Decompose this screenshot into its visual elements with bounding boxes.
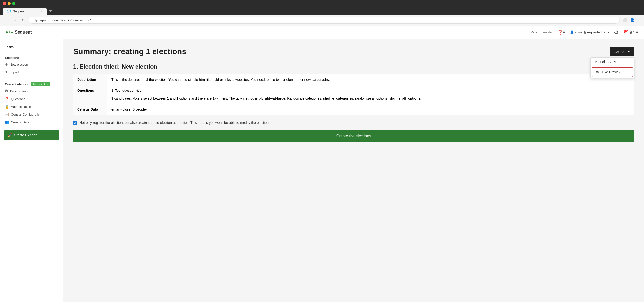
app-name: Sequent <box>15 30 32 35</box>
basic-details-label: Basic details <box>10 89 28 93</box>
app-header: Sequent Version: master ❓▾ 👤 admin@seque… <box>0 26 644 39</box>
edit-json-item[interactable]: ✏ Edit JSON <box>590 58 634 66</box>
back-button[interactable]: ← <box>3 17 9 24</box>
election-section-title: 1. Election titled: New election <box>73 63 634 70</box>
create-authorities-checkbox[interactable] <box>73 121 77 125</box>
census-data-content: email - close (0 people) <box>108 104 634 115</box>
power-icon[interactable]: ⏻ <box>614 30 618 35</box>
create-elections-button[interactable]: Create the elections <box>73 130 634 142</box>
plus-circle-icon: ⊕ <box>5 63 8 66</box>
current-election-header: Current election New election <box>0 80 63 87</box>
tab-favicon: 🌐 <box>7 9 11 13</box>
sidebar-item-authentication[interactable]: 🔒 Authentication <box>0 103 63 111</box>
import-label: Import <box>10 71 19 74</box>
table-row-questions: Questions 1. Test question title 3 candi… <box>73 85 634 104</box>
import-icon: ⬆ <box>5 70 8 74</box>
actions-dropdown-menu: ✏ Edit JSON 👁 Live Preview <box>590 57 634 78</box>
create-election-label: Create Election <box>14 133 37 137</box>
browser-toolbar-icons: ⬜ 👤 ⋮ <box>622 18 641 23</box>
sidebar-item-questions[interactable]: ❓ Questions <box>0 95 63 103</box>
user-menu[interactable]: 👤 admin@sequentech.io ▾ <box>570 31 609 34</box>
edit-json-label: Edit JSON <box>600 60 616 64</box>
header-right: Version: master ❓▾ 👤 admin@sequentech.io… <box>531 30 638 35</box>
sidebar-divider-1 <box>0 52 63 52</box>
refresh-button[interactable]: ↻ <box>20 17 26 24</box>
lock-icon: 🔒 <box>5 105 9 109</box>
help-icon[interactable]: ❓▾ <box>558 30 565 35</box>
create-authorities-checkbox-row: Not only register the election, but also… <box>73 121 634 125</box>
tasks-section-title: Tasks <box>0 43 63 50</box>
browser-chrome: 🌐 Sequent × + <box>0 0 644 15</box>
user-dropdown-icon: ▾ <box>608 31 609 34</box>
sidebar-item-census-config[interactable]: 📋 Census Configuration <box>0 111 63 118</box>
actions-wrapper: Actions ▾ ✏ Edit JSON 👁 Live Preview <box>610 47 634 56</box>
description-header: Description <box>73 74 108 85</box>
language-selector[interactable]: 🚩 en ▾ <box>623 30 638 35</box>
edit-json-icon: ✏ <box>594 60 598 64</box>
live-preview-label: Live Preview <box>602 70 621 74</box>
create-authorities-label: Not only register the election, but also… <box>80 121 270 125</box>
question-title: 1. Test question title <box>112 89 630 93</box>
new-election-label: New election <box>10 63 28 66</box>
menu-icon: ⋮ <box>637 18 641 23</box>
live-preview-item[interactable]: 👁 Live Preview <box>592 67 633 77</box>
new-tab-button[interactable]: + <box>47 7 54 15</box>
sidebar-item-census-data[interactable]: 👥 Census Data <box>0 118 63 126</box>
minimize-traffic-light[interactable] <box>8 2 11 5</box>
questions-label: Questions <box>11 97 25 101</box>
census-data-label: Census Data <box>11 121 29 124</box>
logo-dot-2 <box>8 32 10 34</box>
eye-icon: 👁 <box>596 70 600 74</box>
rocket-icon: 🚀 <box>8 133 12 137</box>
close-traffic-light[interactable] <box>3 2 6 5</box>
users-icon: 👥 <box>5 120 9 124</box>
page-title: Summary: creating 1 elections <box>73 47 186 56</box>
elections-section-title: Elections <box>0 54 63 61</box>
app-logo: Sequent <box>6 30 32 35</box>
current-election-title: Current election <box>5 83 29 86</box>
summary-table: Description This is the description of t… <box>73 74 634 115</box>
sidebar-divider-2 <box>0 78 63 78</box>
current-election-badge: New election <box>31 82 50 86</box>
user-email: admin@sequentech.io <box>575 31 606 34</box>
logo-dots <box>6 32 13 34</box>
question-details: 3 candidates. Voters select between 1 an… <box>112 96 630 100</box>
actions-label: Actions <box>614 50 626 54</box>
version-label: Version: master <box>531 31 552 34</box>
traffic-lights <box>3 2 641 5</box>
sidebar-item-new-election[interactable]: ⊕ New election <box>0 61 63 68</box>
actions-dropdown-icon: ▾ <box>628 50 630 54</box>
questions-content: 1. Test question title 3 candidates. Vot… <box>108 85 634 104</box>
user-icon: 👤 <box>570 31 574 34</box>
address-input[interactable] <box>28 17 620 24</box>
browser-tabs: 🌐 Sequent × + <box>3 7 641 15</box>
active-tab[interactable]: 🌐 Sequent × <box>3 8 47 15</box>
logo-dot-1 <box>6 32 8 34</box>
table-row-description: Description This is the description of t… <box>73 74 634 85</box>
page-header: Summary: creating 1 elections Actions ▾ … <box>73 47 634 56</box>
description-content: This is the description of the election.… <box>108 74 634 85</box>
address-bar: ← → ↻ ⬜ 👤 ⋮ <box>0 15 644 26</box>
sidebar: Tasks Elections ⊕ New election ⬆ Import … <box>0 39 64 302</box>
census-config-label: Census Configuration <box>11 113 42 116</box>
table-row-census-data: Census Data email - close (0 people) <box>73 104 634 115</box>
maximize-traffic-light[interactable] <box>12 2 15 5</box>
main-content: Summary: creating 1 elections Actions ▾ … <box>64 39 644 302</box>
tab-close-button[interactable]: × <box>41 10 43 13</box>
create-election-button[interactable]: 🚀 Create Election <box>4 130 59 140</box>
tab-title: Sequent <box>13 10 24 13</box>
window-icon: ⬜ <box>622 18 628 23</box>
question-icon: ❓ <box>5 97 9 101</box>
sidebar-item-import[interactable]: ⬆ Import <box>0 68 63 76</box>
forward-button[interactable]: → <box>12 17 18 24</box>
building-icon: 🏛 <box>5 89 8 93</box>
sidebar-divider-3 <box>0 128 63 128</box>
census-data-header: Census Data <box>73 104 108 115</box>
sidebar-item-basic-details[interactable]: 🏛 Basic details <box>0 87 63 95</box>
authentication-label: Authentication <box>11 105 31 109</box>
logo-dot-3 <box>11 32 13 34</box>
list-icon: 📋 <box>5 112 9 116</box>
questions-header: Questions <box>73 85 108 104</box>
actions-button[interactable]: Actions ▾ <box>610 47 634 56</box>
app-layout: Tasks Elections ⊕ New election ⬆ Import … <box>0 39 644 302</box>
